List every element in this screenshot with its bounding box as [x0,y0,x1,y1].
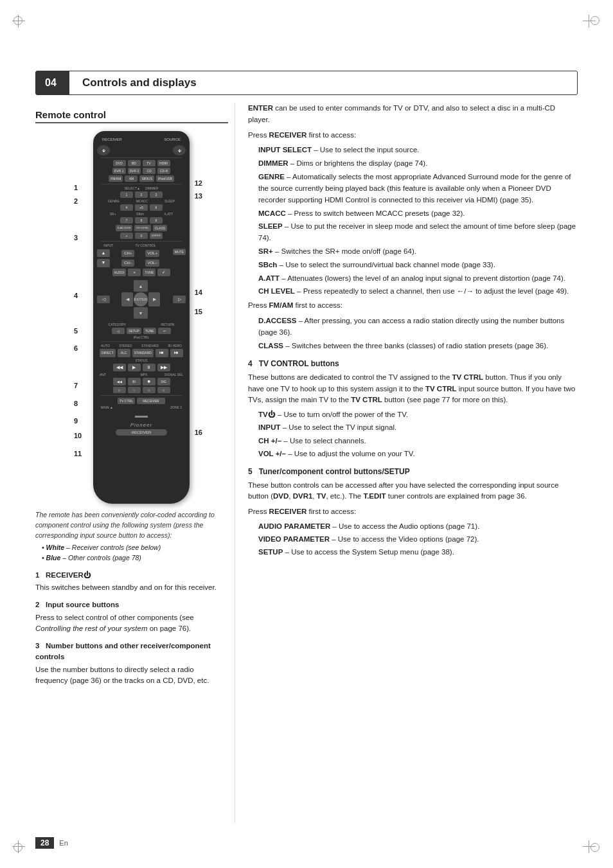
nav-left[interactable]: ◀ [121,292,133,306]
item-video-param: VIDEO PARAMETER – Use to access the Vide… [258,534,578,545]
num8-btn[interactable]: 8 [135,217,148,224]
num2-btn[interactable]: 2 [135,191,148,198]
setup-btn[interactable]: SETUP [127,328,141,334]
callout-14: 14 [195,288,202,296]
dvd-btn[interactable]: DVD [113,160,126,166]
page-footer: 28 En [35,837,68,849]
receiver-bottom-btn[interactable]: RECEIVER [116,429,167,436]
mute-btn[interactable]: MUTE [173,249,186,255]
fmam-btn[interactable]: FM/AM [109,175,123,182]
page-number: 28 [35,837,54,849]
ipodusb-btn[interactable]: iPod/USB [156,175,174,182]
receiver-big-btn[interactable]: RECEIVER [137,398,165,404]
item-input-select: INPUT SELECT – Use to select the input s… [258,145,578,156]
tvctrl-btn[interactable]: TV CTRL [118,398,135,404]
item-class: CLASS – Switches between the three banks… [258,341,578,352]
section-3-title: 3 Number buttons and other receiver/comp… [35,641,228,663]
ff-btn[interactable]: ▶▶ [157,364,170,371]
press-fmam-text: Press FM/AM first to access: [248,300,578,312]
section-4-title: 4 TV CONTROL buttons [248,358,578,369]
addon-btn3[interactable]: □ [143,387,155,393]
callout-8: 8 [74,400,78,407]
item-aatt: A.ATT – Attenuates (lowers) the level of… [258,273,578,285]
num6-btn[interactable]: 6 [150,204,163,211]
lt-btn[interactable]: ▷ [173,296,186,303]
tune-btn[interactable]: TUNE [143,269,155,276]
chlevel-btn[interactable]: CH LEVEL [134,225,150,231]
remote-caption: The remote has been conveniently color-c… [35,510,228,563]
addon-btn4[interactable]: □ [157,387,170,393]
num1-btn[interactable]: 1 [120,191,133,198]
ch-minus-btn[interactable]: CH– [121,260,134,267]
source-label: SOURCE [164,137,181,141]
corner-mark-br [582,837,601,856]
num5-btn[interactable]: +5 [135,204,148,211]
nav-up[interactable]: ▲ [134,280,148,292]
gt-btn[interactable]: ◁ [97,296,110,303]
category-btn[interactable]: ◁ [112,328,125,334]
plus-btn[interactable]: + [120,233,133,239]
cdr-btn[interactable]: CD-R [157,168,170,174]
stop-btn[interactable]: ▶ [128,364,141,371]
caption-bullet-white: White – Receiver controls (see below) [42,543,228,553]
audio-btn[interactable]: AUDIO [112,269,127,276]
num7-btn[interactable]: 7 [120,217,133,224]
check-btn[interactable]: ✓ [157,269,170,276]
enter-btn[interactable]: ENTER [150,233,163,239]
return-btn[interactable]: ↩ [158,328,171,334]
callout-4: 4 [74,292,78,299]
section-3-body: Use the number buttons to directly selec… [35,664,228,687]
num4-btn[interactable]: 4 [120,204,133,211]
mpx-btn[interactable]: ■ [143,378,155,385]
addon-btn1[interactable]: □ [113,387,126,393]
tune2-btn[interactable]: TUNE [143,328,156,334]
signal-sel-btn[interactable]: SIG [157,378,170,385]
bd-btn[interactable]: BD [128,160,141,166]
num3-btn[interactable]: 3 [150,191,163,198]
vol-minus-btn[interactable]: VOL– [145,260,159,267]
input-minus-btn[interactable]: ▼ [97,259,110,267]
dvr1-btn[interactable]: DVR 1 [112,168,126,174]
press-receiver-text: Press RECEIVER first to access: [248,130,578,141]
nav-enter[interactable]: ENTER [134,292,148,306]
hdmi-btn[interactable]: HDMI [157,160,170,166]
cd-btn[interactable]: CD [143,168,155,174]
section-4: 4 TV CONTROL buttons These buttons are d… [248,358,578,459]
skip-fwd-btn[interactable]: ⏭ [170,349,183,357]
receiver-label: RECEIVER [102,137,122,141]
class-btn[interactable]: CLASS [153,225,167,231]
item-sr-plus: SR+ – Switches the SR+ mode on/off (page… [258,246,578,258]
ant-btn[interactable]: ◀◀ [113,378,126,385]
callout-5: 5 [74,327,78,335]
alc-btn[interactable]: ALC [118,349,130,357]
section-5: 5 Tuner/component control buttons/SETUP … [248,466,578,558]
pause-btn[interactable]: ⏸ [143,364,155,371]
tv-btn[interactable]: TV [143,160,155,166]
num9-btn[interactable]: 9 [150,217,163,224]
standard-btn[interactable]: STANDARD [132,349,154,357]
addon-btn2[interactable]: ○ [128,387,141,393]
power-btn-receiver[interactable]: ⏻ [97,145,110,155]
vol-plus-btn[interactable]: VOL+ [145,250,159,257]
play-btn[interactable]: ◀◀ [113,364,126,371]
item-dimmer: DIMMER – Dims or brightens the display (… [258,158,578,170]
bi-btn[interactable]: BI [128,378,141,385]
item-sleep: SLEEP – Use to put the receiver in sleep… [258,221,578,244]
xm-btn[interactable]: XM [125,175,138,182]
input-plus-btn[interactable]: ▲ [97,249,110,257]
ch-plus-btn[interactable]: CH+ [121,250,134,257]
item-sbch: SBch – Use to select the surround/virtua… [258,260,578,271]
skip-back-btn[interactable]: ⏮ [155,349,168,357]
num0-btn[interactable]: 0 [135,233,148,239]
xfade-btn[interactable]: ✕ [128,269,141,276]
section-5-title: 5 Tuner/component control buttons/SETUP [248,466,578,477]
direct-btn[interactable]: DIRECT [100,349,116,357]
sirius-btn[interactable]: SIRIUS [139,175,154,182]
daccess-btn[interactable]: D.ACCESS [116,225,132,231]
section-1-title: 1 RECEIVER⏻ [35,570,228,581]
dvr2-btn[interactable]: DVR 2 [128,168,141,174]
power-btn-source[interactable]: ⏻ [173,145,186,155]
item-mcacc: MCACC – Press to switch between MCACC pr… [258,208,578,220]
nav-down[interactable]: ▼ [134,307,148,319]
nav-right[interactable]: ▶ [148,292,160,306]
